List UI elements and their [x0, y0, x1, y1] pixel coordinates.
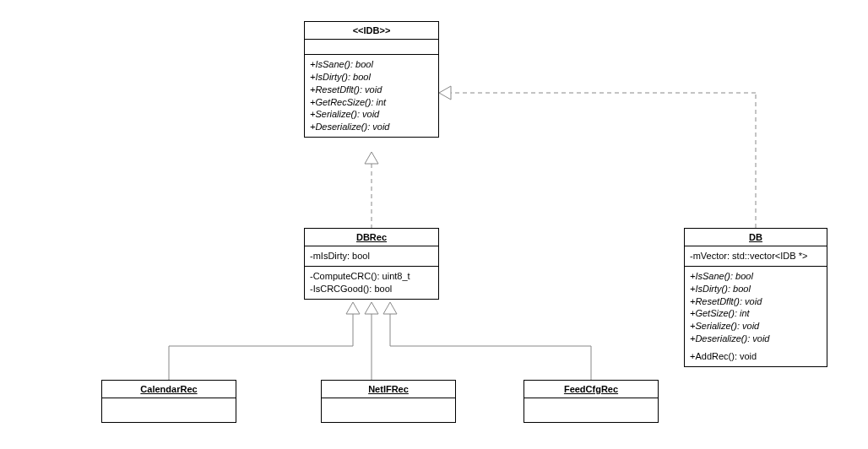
class-feedcfgrec: FeedCfgRec: [524, 380, 659, 423]
db-method: +Serialize(): void: [690, 320, 822, 333]
class-idb: <<IDB>> +IsSane(): bool +IsDirty(): bool…: [304, 21, 439, 138]
dbrec-method: -ComputeCRC(): uint8_t: [310, 270, 433, 283]
idb-method: +Deserialize(): void: [310, 121, 433, 133]
db-method: +AddRec(): void: [690, 350, 822, 363]
db-method: +Deserialize(): void: [690, 333, 822, 345]
dbrec-methods: -ComputeCRC(): uint8_t -IsCRCGood(): boo…: [305, 267, 438, 299]
idb-method: +IsSane(): bool: [310, 58, 433, 71]
db-methods: +IsSane(): bool +IsDirty(): bool +ResetD…: [685, 267, 827, 366]
dbrec-title: DBRec: [305, 229, 438, 246]
db-method: +GetSize(): int: [690, 307, 822, 320]
idb-method: +ResetDflt(): void: [310, 84, 433, 96]
svg-marker-7: [383, 302, 397, 314]
idb-stereotype: <<IDB>>: [305, 22, 438, 40]
class-db: DB -mVector: std::vector<IDB *> +IsSane(…: [684, 228, 827, 367]
feedcfgrec-body: [524, 398, 658, 422]
db-attr: -mVector: std::vector<IDB *>: [690, 250, 822, 262]
calendarrec-body: [102, 398, 236, 422]
dbrec-method: -IsCRCGood(): bool: [310, 283, 433, 295]
generalization-feedcfgrec: [390, 314, 591, 380]
feedcfgrec-title: FeedCfgRec: [524, 381, 658, 398]
generalization-heads: [346, 302, 397, 314]
class-dbrec: DBRec -mIsDirty: bool -ComputeCRC(): uin…: [304, 228, 439, 300]
dbrec-attrs: -mIsDirty: bool: [305, 246, 438, 267]
svg-marker-6: [365, 302, 378, 314]
generalization-calendarrec: [169, 314, 353, 380]
db-method: +ResetDflt(): void: [690, 295, 822, 308]
realization-db-idb: [439, 86, 756, 228]
idb-attrs-empty: [305, 40, 438, 55]
idb-method: +Serialize(): void: [310, 108, 433, 121]
calendarrec-title: CalendarRec: [102, 381, 236, 398]
idb-method: +GetRecSize(): int: [310, 96, 433, 109]
netifrec-body: [322, 398, 455, 422]
db-title: DB: [685, 229, 827, 246]
idb-methods: +IsSane(): bool +IsDirty(): bool +ResetD…: [305, 55, 438, 137]
realization-dbrec-idb: [365, 152, 378, 228]
db-attrs: -mVector: std::vector<IDB *>: [685, 246, 827, 267]
db-method: +IsSane(): bool: [690, 270, 822, 283]
netifrec-title: NetIFRec: [322, 381, 455, 398]
idb-method: +IsDirty(): bool: [310, 71, 433, 84]
svg-marker-4: [439, 86, 451, 100]
svg-marker-0: [365, 152, 378, 164]
class-calendarrec: CalendarRec: [101, 380, 236, 423]
class-netifrec: NetIFRec: [321, 380, 456, 423]
dbrec-attr: -mIsDirty: bool: [310, 250, 433, 262]
svg-marker-5: [346, 302, 360, 314]
db-method: +IsDirty(): bool: [690, 283, 822, 295]
